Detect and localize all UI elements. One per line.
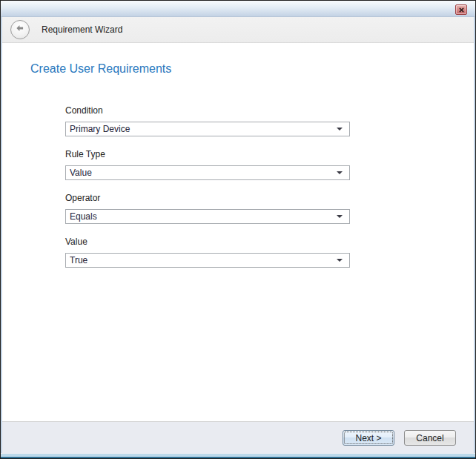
- condition-dropdown[interactable]: Primary Device: [65, 122, 350, 136]
- condition-value: Primary Device: [70, 124, 337, 134]
- rule-type-dropdown[interactable]: Value: [65, 165, 350, 180]
- back-arrow-icon: [15, 23, 25, 36]
- chevron-down-icon: [337, 128, 343, 131]
- rule-type-label: Rule Type: [65, 149, 350, 159]
- back-button[interactable]: [10, 20, 30, 39]
- field-value: Value True: [65, 237, 350, 268]
- content-area: Create User Requirements Condition Prima…: [1, 43, 475, 421]
- chevron-down-icon: [337, 171, 343, 174]
- value-dropdown[interactable]: True: [65, 253, 350, 268]
- field-condition: Condition Primary Device: [65, 105, 350, 136]
- titlebar: [1, 1, 475, 17]
- operator-label: Operator: [65, 193, 350, 203]
- field-rule-type: Rule Type Value: [65, 149, 350, 180]
- chevron-down-icon: [337, 259, 343, 262]
- operator-value: Equals: [70, 211, 337, 222]
- footer-bar: Next > Cancel: [1, 421, 475, 454]
- value-label: Value: [65, 237, 350, 247]
- window-bottom-edge-dark: [1, 457, 475, 458]
- window-frame-left: [1, 17, 2, 453]
- field-operator: Operator Equals: [65, 193, 350, 224]
- close-button[interactable]: [455, 4, 467, 15]
- operator-dropdown[interactable]: Equals: [65, 209, 350, 224]
- requirements-form: Condition Primary Device Rule Type Value…: [65, 105, 350, 268]
- condition-label: Condition: [65, 105, 350, 116]
- requirement-wizard-window: Requirement Wizard Create User Requireme…: [0, 0, 476, 459]
- window-frame-right: [474, 17, 475, 453]
- cancel-button[interactable]: Cancel: [404, 430, 456, 446]
- close-icon: [459, 7, 464, 13]
- chevron-down-icon: [337, 215, 343, 218]
- next-button[interactable]: Next >: [343, 430, 394, 446]
- rule-type-value: Value: [70, 168, 337, 178]
- wizard-header: Requirement Wizard: [1, 17, 475, 43]
- value-value: True: [70, 255, 337, 265]
- wizard-title: Requirement Wizard: [42, 24, 122, 35]
- page-title: Create User Requirements: [30, 62, 475, 76]
